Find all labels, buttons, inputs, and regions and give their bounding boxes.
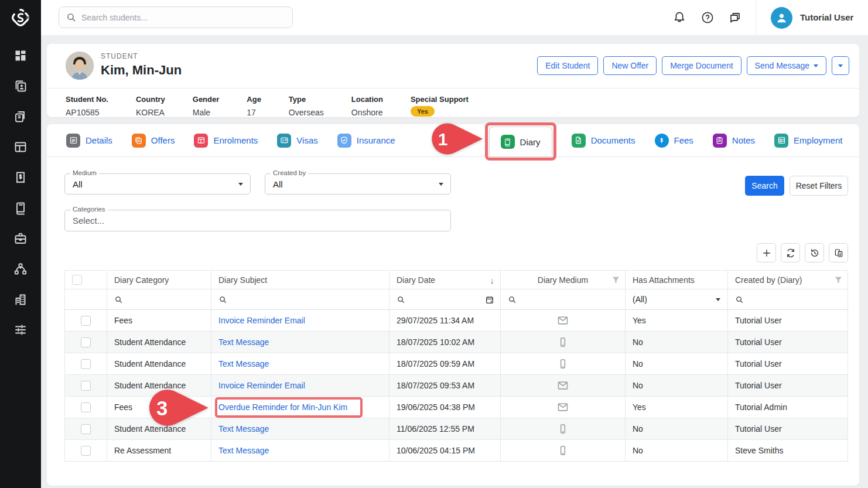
bookside-icon xyxy=(13,201,28,215)
diary-subject-link[interactable]: Text Message xyxy=(218,446,269,455)
notifications-icon[interactable] xyxy=(672,11,686,25)
categories-select[interactable]: Categories Select... xyxy=(64,210,451,231)
filter-funnel-icon[interactable] xyxy=(834,275,843,284)
tab-diary[interactable]: Diary1 xyxy=(489,127,552,156)
filter-diary-category[interactable] xyxy=(107,289,211,310)
column-header-has-attachments[interactable]: Has Attachments xyxy=(626,271,728,289)
chat-icon[interactable] xyxy=(727,11,741,25)
user-name[interactable]: Tutorial User xyxy=(800,12,853,22)
created-by-select[interactable]: Created by All xyxy=(265,173,451,194)
diary-subject-link[interactable]: Invoice Reminder Email xyxy=(218,316,305,325)
cell-has-attachments: Yes xyxy=(626,310,728,332)
user-avatar[interactable] xyxy=(771,7,792,29)
search-input[interactable] xyxy=(81,13,285,22)
column-header-diary-subject[interactable]: Diary Subject xyxy=(211,271,389,289)
sidebar-item-offers[interactable] xyxy=(13,109,28,124)
filter-diary-date[interactable] xyxy=(389,289,501,310)
column-header-diary-date[interactable]: Diary Date↓ xyxy=(389,271,501,289)
student-info-gender: GenderMale xyxy=(193,95,220,117)
filter-funnel-icon[interactable] xyxy=(611,275,620,284)
filter-diary-medium[interactable] xyxy=(501,289,626,310)
app-logo[interactable] xyxy=(0,0,41,35)
new-offer-button[interactable]: New Offer xyxy=(603,56,657,75)
special-support-badge: Yes xyxy=(411,106,435,117)
edit-student-button[interactable]: Edit Student xyxy=(537,56,598,75)
row-checkbox[interactable] xyxy=(81,316,91,326)
row-checkbox[interactable] xyxy=(81,337,91,347)
tab-enrolments[interactable]: Enrolments xyxy=(194,134,258,148)
sidebar-item-courses[interactable] xyxy=(13,200,28,216)
diary-subject-link[interactable]: Overdue Reminder for Min-Jun Kim xyxy=(218,402,347,412)
logo-icon xyxy=(9,6,32,29)
select-all-checkbox[interactable] xyxy=(72,275,82,285)
tab-fees[interactable]: Fees xyxy=(655,134,693,148)
student-search[interactable] xyxy=(59,6,293,28)
sidebar-item-services[interactable] xyxy=(13,231,28,246)
cell-diary-subject: Invoice Reminder Email xyxy=(211,310,389,332)
cell-diary-subject: Text Message xyxy=(211,440,389,462)
sidebar-item-dashboard[interactable] xyxy=(13,48,28,63)
row-checkbox[interactable] xyxy=(81,381,91,391)
column-chooser-icon[interactable] xyxy=(829,243,848,262)
diary-subject-link[interactable]: Text Message xyxy=(218,337,269,347)
tab-insurance[interactable]: Insurance xyxy=(337,134,395,148)
refresh-icon[interactable] xyxy=(781,243,800,262)
search-button[interactable]: Search xyxy=(745,176,784,196)
cell-has-attachments: No xyxy=(626,353,728,375)
row-checkbox[interactable] xyxy=(81,359,91,369)
cell-diary-category: Re Assessment xyxy=(107,440,211,462)
tab-notes[interactable]: Notes xyxy=(713,134,755,148)
calendar-icon[interactable] xyxy=(485,295,494,305)
diary-panel: DetailsOffersEnrolmentsVisasInsuranceDia… xyxy=(47,124,859,486)
tab-details[interactable]: Details xyxy=(66,134,112,148)
row-checkbox[interactable] xyxy=(81,424,91,434)
history-icon[interactable] xyxy=(805,243,824,262)
cell-diary-medium xyxy=(501,397,626,418)
filter-diary-subject[interactable] xyxy=(211,289,389,310)
tab-visas[interactable]: Visas xyxy=(277,134,317,148)
email-icon xyxy=(557,315,569,326)
sidebar-item-students[interactable] xyxy=(13,79,28,94)
add-icon[interactable] xyxy=(757,243,776,262)
diary-subject-link[interactable]: Invoice Reminder Email xyxy=(218,381,305,390)
row-checkbox[interactable] xyxy=(81,402,91,412)
merge-document-button[interactable]: Merge Document xyxy=(662,56,741,75)
medium-select[interactable]: Medium All xyxy=(64,173,251,194)
diary-subject-link[interactable]: Text Message xyxy=(218,359,269,368)
cell-diary-medium xyxy=(501,353,626,375)
sidebar-item-agents[interactable] xyxy=(13,261,28,277)
filter-has-attachments[interactable]: (All) xyxy=(626,289,728,310)
row-checkbox[interactable] xyxy=(81,446,91,456)
column-header-diary-medium[interactable]: Diary Medium xyxy=(501,271,626,289)
sidebar-item-enrolments[interactable] xyxy=(13,139,28,155)
more-actions-button[interactable] xyxy=(832,56,849,75)
table-row: Re AssessmentText Message10/06/2025 04:1… xyxy=(65,440,848,462)
diary-subject-link[interactable]: Text Message xyxy=(218,424,269,434)
network-icon xyxy=(13,262,28,276)
cell-diary-date: 11/06/2025 12:55 PM xyxy=(389,418,501,440)
filter-created-by[interactable] xyxy=(728,289,848,310)
cell-diary-category: Student Attendance xyxy=(107,332,211,353)
sidebar-item-fees[interactable] xyxy=(13,170,28,185)
cell-has-attachments: Yes xyxy=(626,397,728,418)
student-info-row: Student No.AP10585CountryKOREAGenderMale… xyxy=(66,95,469,117)
sidebar-item-settings[interactable] xyxy=(13,322,28,337)
send-message-button[interactable]: Send Message xyxy=(747,56,826,75)
tab-offers[interactable]: Offers xyxy=(132,134,175,148)
help-icon[interactable] xyxy=(700,11,715,25)
sort-descending-icon[interactable]: ↓ xyxy=(490,275,495,285)
email-icon xyxy=(557,380,569,391)
building-icon xyxy=(13,292,28,306)
column-header-diary-category[interactable]: Diary Category xyxy=(107,271,211,289)
briefcase-icon xyxy=(13,231,28,245)
reset-filters-button[interactable]: Reset Filters xyxy=(790,176,848,196)
tab-employment[interactable]: Employment xyxy=(774,134,842,148)
student-info-country: CountryKOREA xyxy=(136,95,165,117)
sidebar-item-campuses[interactable] xyxy=(13,292,28,307)
tab-documents[interactable]: Documents xyxy=(572,134,635,148)
column-header-created-by[interactable]: Created by (Diary) xyxy=(728,271,848,289)
cell-diary-date: 29/07/2025 11:34 AM xyxy=(389,310,501,332)
annotation-arrow-1: 1 xyxy=(424,121,486,156)
student-photo xyxy=(66,52,94,80)
grid-icon xyxy=(774,134,788,148)
